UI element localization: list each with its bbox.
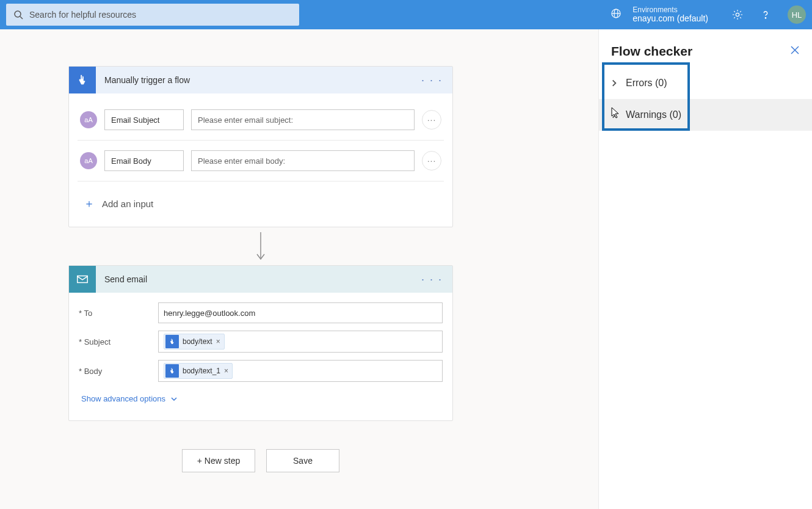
trigger-header[interactable]: Manually trigger a flow · · · [69,67,452,93]
arrow-down-icon [255,231,267,262]
footer-buttons: + New step Save [68,449,453,472]
text-type-icon: aA [80,152,97,169]
add-input-button[interactable]: ＋ Add an input [69,185,452,222]
dynamic-token[interactable]: body/text × [164,334,225,350]
chevron-down-icon [170,395,178,403]
input-placeholder-field[interactable]: Please enter email subject: [191,109,415,130]
connector-arrow[interactable] [68,227,453,265]
input-row-menu[interactable]: ··· [422,110,441,130]
close-icon [790,45,800,55]
dynamic-token[interactable]: body/text_1 × [164,363,233,379]
send-menu[interactable]: · · · [418,273,446,286]
pointer-icon [165,335,179,348]
errors-section[interactable]: Errors (0) [599,67,812,99]
trigger-menu[interactable]: · · · [418,74,446,87]
new-step-button[interactable]: + New step [182,449,255,472]
input-name-field[interactable]: Email Subject [104,109,184,130]
pointer-icon [165,364,179,378]
settings-button[interactable] [728,5,747,24]
subject-label: * Subject [79,337,152,346]
body-label: * Body [79,367,152,376]
mail-icon [69,266,96,293]
plus-icon: ＋ [84,196,95,211]
body-input[interactable]: body/text_1 × [158,360,443,382]
help-button[interactable] [756,5,775,24]
trigger-card: Manually trigger a flow · · · aA Email S… [68,66,453,227]
flow-canvas: Manually trigger a flow · · · aA Email S… [0,29,598,509]
environment-selector[interactable]: Environments enayu.com (default) [633,6,708,24]
send-header[interactable]: Send email · · · [69,266,452,293]
svg-point-0 [15,11,21,17]
send-title: Send email [104,274,418,284]
text-type-icon: aA [80,111,97,128]
trigger-input-row: aA Email Body Please enter email body: ·… [69,144,452,177]
add-input-label: Add an input [102,199,153,209]
to-input[interactable]: henry.legge@outlook.com [158,302,443,323]
environment-icon [611,8,622,21]
to-label: * To [79,309,152,318]
help-icon [760,9,771,20]
send-email-card: Send email · · · * To henry.legge@outloo… [68,265,453,421]
panel-close-button[interactable] [790,45,800,57]
token-remove[interactable]: × [224,367,228,375]
gear-icon [732,9,743,20]
env-name: enayu.com (default) [633,14,708,23]
errors-label: Errors (0) [626,78,667,89]
search-icon [13,10,23,20]
svg-point-6 [765,18,766,18]
svg-line-1 [20,16,23,19]
search-box[interactable] [6,4,299,26]
env-label: Environments [633,6,708,14]
input-name-field[interactable]: Email Body [104,150,184,171]
chevron-right-icon [610,111,618,119]
subject-row: * Subject body/text × [69,327,452,356]
chevron-right-icon [610,79,618,87]
user-avatar[interactable]: HL [788,5,806,24]
topbar: Environments enayu.com (default) HL [0,0,812,29]
input-placeholder-field[interactable]: Please enter email body: [191,150,415,171]
advanced-options-toggle[interactable]: Show advanced options [69,386,452,416]
warnings-section[interactable]: Warnings (0) [599,99,812,131]
svg-point-5 [736,13,739,16]
token-remove[interactable]: × [216,337,220,346]
search-input[interactable] [29,10,292,20]
flow-checker-panel: Flow checker Errors (0) Warnings (0) [598,29,812,509]
input-row-menu[interactable]: ··· [422,151,441,170]
body-row: * Body body/text_1 × [69,356,452,386]
warnings-label: Warnings (0) [626,109,681,120]
panel-title: Flow checker [611,44,692,59]
to-row: * To henry.legge@outlook.com [69,299,452,327]
trigger-input-row: aA Email Subject Please enter email subj… [69,103,452,136]
pointer-icon [69,67,96,93]
subject-input[interactable]: body/text × [158,331,443,353]
svg-rect-8 [78,276,88,283]
trigger-title: Manually trigger a flow [104,75,418,85]
save-button[interactable]: Save [266,449,339,472]
